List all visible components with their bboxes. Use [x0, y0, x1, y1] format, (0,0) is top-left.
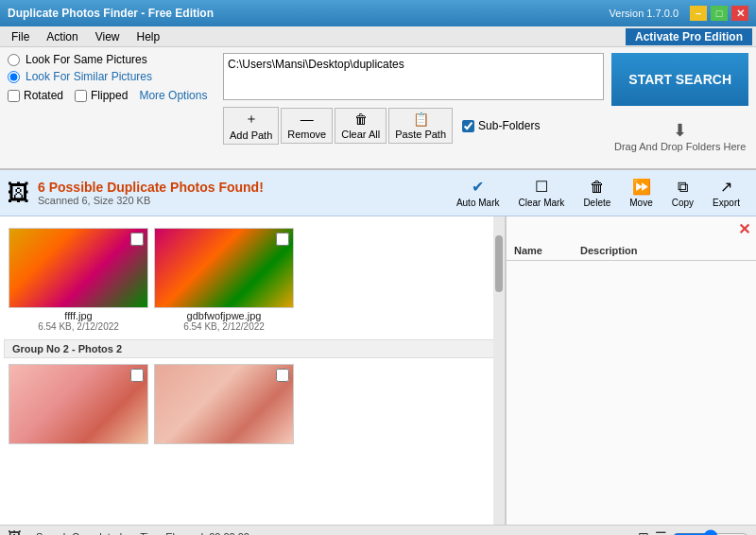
- results-photo-icon: 🖼: [8, 180, 30, 206]
- options-panel: Look For Same Pictures Look For Similar …: [0, 47, 756, 170]
- search-action-area: START SEARCH ⬇ Drag And Drop Folders Her…: [611, 53, 748, 163]
- path-section: C:\Users\Mansi\Desktop\duplicates ＋ Add …: [223, 53, 604, 145]
- clear-all-button[interactable]: 🗑 Clear All: [335, 108, 387, 144]
- add-path-icon: ＋: [245, 111, 258, 128]
- subfolder-label: Sub-Folders: [478, 119, 540, 132]
- photo-grid[interactable]: ffff.jpg 6.54 KB, 2/12/2022 gdbfwofjpwe.…: [0, 216, 506, 525]
- flipped-label: Flipped: [91, 89, 128, 102]
- more-options-link[interactable]: More Options: [139, 89, 207, 102]
- move-label: Move: [629, 198, 652, 208]
- right-panel-close-button[interactable]: ✕: [738, 220, 750, 238]
- photo-name-1: ffff.jpg: [64, 310, 92, 321]
- photo-thumb-4: [154, 364, 294, 444]
- export-button[interactable]: ↗ Export: [704, 174, 748, 212]
- window-close-button[interactable]: ✕: [731, 6, 748, 21]
- path-toolbar: ＋ Add Path — Remove 🗑 Clear All 📋 Paste …: [223, 107, 604, 145]
- photo-card-2: gdbfwofjpwe.jpg 6.54 KB, 2/12/2022: [153, 228, 295, 332]
- col-description: Description: [580, 245, 638, 256]
- photo-check-4[interactable]: [276, 369, 289, 382]
- menu-help[interactable]: Help: [129, 28, 168, 45]
- remove-button[interactable]: — Remove: [281, 108, 333, 144]
- drag-drop-label: Drag And Drop Folders Here: [614, 141, 746, 152]
- photo-card-4: [153, 364, 295, 446]
- paste-path-icon: 📋: [413, 112, 429, 127]
- drag-drop-icon: ⬇: [673, 120, 687, 141]
- time-elapsed: Time Elapsed: 00:00:00: [140, 531, 249, 536]
- similar-pictures-row: Look For Similar Pictures: [8, 70, 215, 83]
- similar-pictures-label: Look For Similar Pictures: [26, 70, 152, 83]
- statusbar-right: ⊞ ☰: [638, 529, 748, 536]
- auto-mark-button[interactable]: ✔ Auto Mark: [448, 174, 508, 212]
- auto-mark-icon: ✔: [472, 178, 484, 196]
- add-path-label: Add Path: [230, 129, 272, 141]
- export-icon: ↗: [720, 178, 732, 196]
- photo-image-3: [9, 365, 147, 443]
- flipped-checkbox[interactable]: [75, 90, 87, 102]
- photo-grid-scrollbar[interactable]: [493, 216, 505, 525]
- zoom-slider[interactable]: [673, 529, 748, 536]
- similar-pictures-radio[interactable]: [8, 71, 20, 83]
- delete-button[interactable]: 🗑 Delete: [575, 175, 619, 212]
- paste-path-button[interactable]: 📋 Paste Path: [388, 108, 453, 144]
- results-info: 🖼 6 Possible Duplicate Photos Found! Sca…: [8, 180, 264, 206]
- photo-check-2[interactable]: [276, 233, 289, 246]
- titlebar: Duplicate Photos Finder - Free Edition V…: [0, 0, 756, 26]
- copy-button[interactable]: ⧉ Copy: [663, 175, 702, 212]
- add-path-button[interactable]: ＋ Add Path: [223, 107, 279, 145]
- delete-label: Delete: [583, 198, 610, 208]
- status-text: Search Completed.: [36, 531, 125, 536]
- photo-info-1: 6.54 KB, 2/12/2022: [38, 321, 119, 332]
- remove-label: Remove: [287, 129, 326, 140]
- path-input[interactable]: C:\Users\Mansi\Desktop\duplicates: [223, 53, 604, 100]
- results-title: 6 Possible Duplicate Photos Found!: [38, 180, 264, 195]
- titlebar-controls: Version 1.7.0.0 – □ ✕: [610, 6, 748, 21]
- copy-label: Copy: [672, 198, 694, 208]
- photo-name-2: gdbfwofjpwe.jpg: [187, 310, 262, 321]
- auto-mark-label: Auto Mark: [456, 198, 500, 208]
- photo-image-1: [9, 229, 147, 307]
- same-pictures-radio[interactable]: [8, 54, 20, 66]
- clear-mark-button[interactable]: ☐ Clear Mark: [509, 174, 573, 212]
- right-panel-header: Name Description: [507, 216, 756, 261]
- menu-action[interactable]: Action: [39, 28, 85, 45]
- photo-card-1: ffff.jpg 6.54 KB, 2/12/2022: [8, 228, 149, 332]
- rotated-option: Rotated: [8, 89, 63, 102]
- export-label: Export: [713, 198, 740, 208]
- grid-view-icon[interactable]: ⊞: [638, 529, 649, 536]
- subfolder-checkbox[interactable]: [462, 120, 474, 132]
- right-panel: ✕ Name Description: [506, 216, 756, 525]
- menu-view[interactable]: View: [88, 28, 128, 45]
- photo-check-1[interactable]: [130, 233, 144, 246]
- rotated-checkbox[interactable]: [8, 90, 20, 102]
- results-toolbar: ✔ Auto Mark ☐ Clear Mark 🗑 Delete ⏩ Move…: [448, 174, 748, 212]
- clear-mark-icon: ☐: [535, 178, 548, 196]
- extra-options-row: Rotated Flipped More Options: [8, 89, 215, 102]
- subfolder-option: Sub-Folders: [462, 119, 540, 132]
- same-pictures-label: Look For Same Pictures: [26, 53, 147, 66]
- move-button[interactable]: ⏩ Move: [621, 174, 661, 212]
- activate-pro-button[interactable]: Activate Pro Edition: [626, 28, 752, 45]
- flipped-option: Flipped: [75, 89, 128, 102]
- drag-drop-area[interactable]: ⬇ Drag And Drop Folders Here: [614, 110, 746, 163]
- photo-image-2: [155, 229, 293, 307]
- group1-photos: ffff.jpg 6.54 KB, 2/12/2022 gdbfwofjpwe.…: [4, 224, 501, 336]
- minimize-button[interactable]: –: [690, 6, 707, 21]
- maximize-button[interactable]: □: [711, 6, 728, 21]
- results-bar: 🖼 6 Possible Duplicate Photos Found! Sca…: [0, 170, 756, 216]
- group2-header: Group No 2 - Photos 2: [4, 339, 501, 358]
- group2-photos: [4, 360, 501, 450]
- photo-card-3: [8, 364, 149, 446]
- start-search-button[interactable]: START SEARCH: [611, 53, 748, 106]
- search-mode-options: Look For Same Pictures Look For Similar …: [8, 53, 215, 83]
- list-view-icon[interactable]: ☰: [655, 529, 667, 536]
- app-title: Duplicate Photos Finder - Free Edition: [8, 7, 214, 20]
- photo-thumb-1: [9, 228, 148, 308]
- status-icon: 🖼: [8, 529, 21, 536]
- menubar: File Action View Help Activate Pro Editi…: [0, 26, 756, 47]
- photo-check-3[interactable]: [130, 369, 144, 382]
- menu-file[interactable]: File: [4, 28, 37, 45]
- scrollbar-thumb: [495, 235, 503, 292]
- clear-all-icon: 🗑: [354, 112, 368, 127]
- photo-info-2: 6.54 KB, 2/12/2022: [183, 321, 265, 332]
- results-subtitle: Scanned 6, Size 320 KB: [38, 195, 264, 206]
